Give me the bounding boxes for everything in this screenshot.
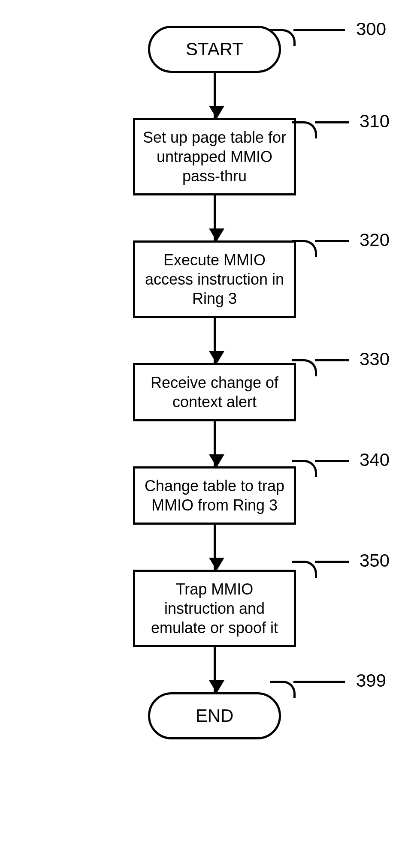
ref-start: 300 [356,19,386,39]
arrow [214,195,216,240]
step-2: Execute MMIO access instruction in Ring … [133,240,296,318]
step-4-text: Change table to trap MMIO from Ring 3 [145,477,284,514]
arrow [214,318,216,363]
start-terminal: START [148,26,281,73]
ref-step2: 320 [360,230,390,250]
ref-step4: 340 [360,450,390,470]
ref-step3: 330 [360,349,390,369]
arrow [214,525,216,570]
step-5: Trap MMIO instruction and emulate or spo… [133,570,296,647]
step-4: Change table to trap MMIO from Ring 3 [133,466,296,525]
end-terminal: END [148,692,281,739]
step-1-text: Set up page table for untrapped MMIO pas… [143,129,286,185]
step-2-text: Execute MMIO access instruction in Ring … [145,251,284,307]
ref-step5: 350 [360,550,390,571]
start-label: START [186,38,243,61]
step-5-text: Trap MMIO instruction and emulate or spo… [151,580,278,637]
step-3-text: Receive change of context alert [151,374,278,411]
flowchart: START 300 Set up page table for untrappe… [69,26,360,739]
arrow [214,421,216,466]
arrow [214,647,216,692]
arrow [214,73,216,118]
ref-step1: 310 [360,111,390,132]
ref-end: 399 [356,670,386,691]
end-label: END [196,705,234,727]
step-3: Receive change of context alert [133,363,296,421]
step-1: Set up page table for untrapped MMIO pas… [133,118,296,195]
